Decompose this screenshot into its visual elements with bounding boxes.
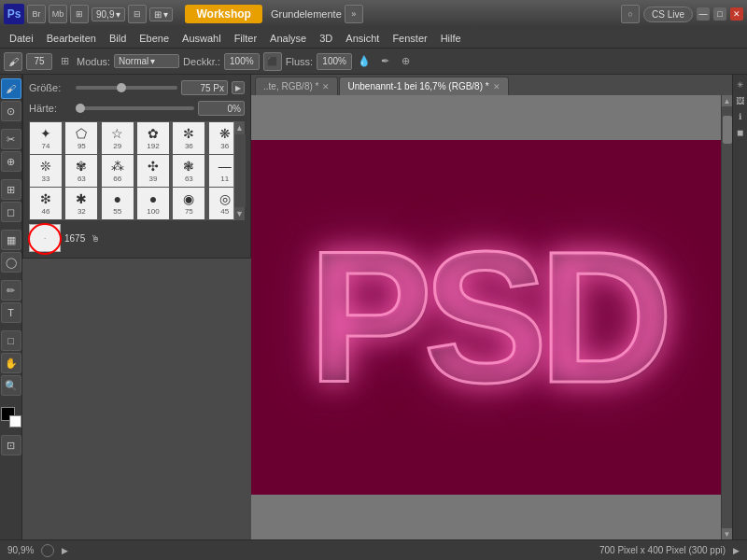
- minimize-button[interactable]: —: [697, 7, 710, 21]
- status-bar: 90,9% ▶ 700 Pixel x 400 Pixel (300 ppi) …: [0, 539, 747, 560]
- size-slider-track[interactable]: [76, 86, 177, 90]
- zoom-dropdown[interactable]: 90,9 ▾: [92, 7, 125, 21]
- haerte-slider-track[interactable]: [76, 106, 194, 110]
- gradient-tool-btn[interactable]: ▦: [1, 230, 21, 250]
- brush-cell-8[interactable]: ⁂66: [102, 155, 134, 187]
- maximize-button[interactable]: □: [713, 7, 726, 21]
- brush-cell-9[interactable]: ✣39: [137, 155, 169, 187]
- eraser-tool-btn[interactable]: ◻: [1, 202, 21, 222]
- status-expand-btn[interactable]: ▶: [62, 546, 68, 555]
- left-toolbar: 🖌 ⊙ ✂ ⊕ ⊞ ◻ ▦ ◯ ✏ T □ ✋ 🔍 ⊡: [0, 75, 22, 539]
- tab-0-close[interactable]: ✕: [322, 82, 330, 91]
- menu-bar: Datei Bearbeiten Bild Ebene Auswahl Filt…: [0, 28, 747, 49]
- info-btn[interactable]: ℹ: [734, 110, 747, 123]
- blur-tool-btn[interactable]: ◯: [1, 252, 21, 273]
- pen-tool-btn[interactable]: ✏: [1, 280, 21, 301]
- brush-cell-3[interactable]: ✿192: [137, 122, 169, 154]
- view-dropdown[interactable]: ⊞▾: [149, 7, 173, 21]
- scroll-down-btn[interactable]: ▼: [722, 528, 733, 539]
- brush-options-icon[interactable]: ⊞: [56, 53, 73, 70]
- menu-datei[interactable]: Datei: [4, 31, 39, 46]
- menu-filter[interactable]: Filter: [229, 31, 262, 46]
- size-arrow-btn[interactable]: ▶: [232, 81, 245, 94]
- crop-tool-btn[interactable]: ✂: [1, 129, 21, 149]
- menu-ansicht[interactable]: Ansicht: [340, 31, 385, 46]
- zoom-status: 90,9%: [7, 545, 34, 555]
- zoom-tool-btn[interactable]: 🔍: [1, 375, 21, 396]
- canvas-with-scroll: PSD ▲ ▼: [251, 95, 732, 539]
- workshop-button[interactable]: Workshop: [185, 5, 261, 23]
- brush-grid: ✦74⬠95☆29✿192✼36❋36❊33✾63⁂66✣39❃63—11❇46…: [29, 121, 245, 220]
- scroll-down-btn[interactable]: ▼: [233, 207, 246, 220]
- title-bar: Ps Br Mb ⊞ 90,9 ▾ ⊟ ⊞▾ Workshop Grundele…: [0, 0, 747, 28]
- canvas-viewport: PSD: [251, 95, 721, 539]
- scroll-thumb[interactable]: [723, 116, 732, 144]
- brush-tool-icon[interactable]: 🖌: [4, 52, 22, 71]
- hand-tool-btn[interactable]: ✋: [1, 353, 21, 373]
- shape-tool-btn[interactable]: □: [1, 330, 21, 351]
- menu-analyse[interactable]: Analyse: [264, 31, 312, 46]
- deckk-icon[interactable]: ⬛: [263, 52, 282, 71]
- fluss-input[interactable]: 100%: [317, 53, 352, 70]
- cs-live-button[interactable]: CS Live: [643, 7, 693, 22]
- layers-btn[interactable]: ◼: [734, 126, 747, 139]
- canvas-content[interactable]: PSD: [251, 140, 721, 495]
- menu-bearbeiten[interactable]: Bearbeiten: [41, 31, 102, 46]
- quick-mask-btn[interactable]: ⊡: [1, 435, 21, 455]
- menu-bild[interactable]: Bild: [104, 31, 132, 46]
- red-circle-indicator: [28, 223, 62, 255]
- airbrush-icon[interactable]: 💧: [356, 53, 373, 70]
- background-color[interactable]: [9, 415, 21, 427]
- deckk-input[interactable]: 100%: [224, 53, 260, 70]
- brush-cell-13[interactable]: ✱32: [65, 188, 97, 219]
- tab-0[interactable]: ..te, RGB/8) * ✕: [255, 77, 338, 95]
- close-button[interactable]: ✕: [730, 7, 743, 21]
- status-right-btn[interactable]: ▶: [733, 546, 740, 555]
- brush-cell-2[interactable]: ☆29: [102, 122, 134, 154]
- heal-tool-btn[interactable]: ⊕: [1, 151, 21, 172]
- rotate-3d-btn[interactable]: ✳: [734, 78, 747, 91]
- brush-cell-15[interactable]: ●100: [137, 188, 169, 219]
- scroll-up-btn[interactable]: ▲: [722, 95, 733, 106]
- menu-3d[interactable]: 3D: [314, 31, 338, 46]
- canvas-scrollbar-vertical: ▲ ▼: [721, 95, 732, 539]
- brush-cell-7[interactable]: ✾63: [65, 155, 97, 187]
- image-btn[interactable]: 🖼: [734, 94, 747, 107]
- brush-cell-0[interactable]: ✦74: [30, 122, 62, 154]
- size-slider-container: 75 Px ▶: [76, 80, 245, 95]
- text-tool-btn[interactable]: T: [1, 302, 21, 323]
- menu-fenster[interactable]: Fenster: [387, 31, 432, 46]
- brush-tool-btn[interactable]: 🖌: [1, 78, 21, 99]
- progress-indicator: [41, 544, 54, 557]
- extend-icon[interactable]: »: [345, 5, 363, 23]
- scroll-up-btn[interactable]: ▲: [233, 121, 246, 134]
- layout-icon[interactable]: ⊞: [70, 5, 89, 23]
- brush-cell-16[interactable]: ◉75: [173, 188, 204, 219]
- size-label: Größe:: [29, 82, 76, 93]
- tab-1[interactable]: Unbenannt-1 bei 16,7% (RGB/8) * ✕: [339, 77, 508, 95]
- size-slider-thumb[interactable]: [117, 83, 126, 92]
- brush-cell-1[interactable]: ⬠95: [65, 122, 97, 154]
- mini-icon[interactable]: Mb: [49, 5, 67, 23]
- clone-tool-btn[interactable]: ⊞: [1, 179, 21, 200]
- tab-1-close[interactable]: ✕: [493, 82, 500, 91]
- title-bar-left: Ps Br Mb ⊞ 90,9 ▾ ⊟ ⊞▾ Workshop Grundele…: [4, 4, 363, 24]
- clone-icon[interactable]: ⊕: [397, 53, 414, 70]
- menu-ebene[interactable]: Ebene: [134, 31, 175, 46]
- brush-cell-4[interactable]: ✼36: [173, 122, 204, 154]
- brush-cell-6[interactable]: ❊33: [30, 155, 62, 187]
- brush-panel: Größe: 75 Px ▶ Härte: 0% ✦74⬠95☆29✿192✼3…: [22, 75, 251, 259]
- lasso-tool-btn[interactable]: ⊙: [1, 101, 21, 121]
- view-icon[interactable]: ⊟: [128, 5, 147, 23]
- brush-cell-14[interactable]: ●55: [102, 188, 134, 219]
- options-bar: 🖌 75 ⊞ Modus: Normal▾ Deckkr.: 100% ⬛ Fl…: [0, 49, 747, 75]
- brush-cell-10[interactable]: ❃63: [173, 155, 204, 187]
- tablet-icon[interactable]: ✒: [376, 53, 393, 70]
- haerte-slider-thumb[interactable]: [76, 104, 85, 113]
- menu-auswahl[interactable]: Auswahl: [176, 31, 227, 46]
- bridge-icon[interactable]: Br: [27, 5, 46, 23]
- brush-cell-12[interactable]: ❇46: [30, 188, 62, 219]
- fg-bg-colors[interactable]: [1, 407, 21, 427]
- menu-hilfe[interactable]: Hilfe: [435, 31, 467, 46]
- modus-select[interactable]: Normal▾: [114, 54, 179, 68]
